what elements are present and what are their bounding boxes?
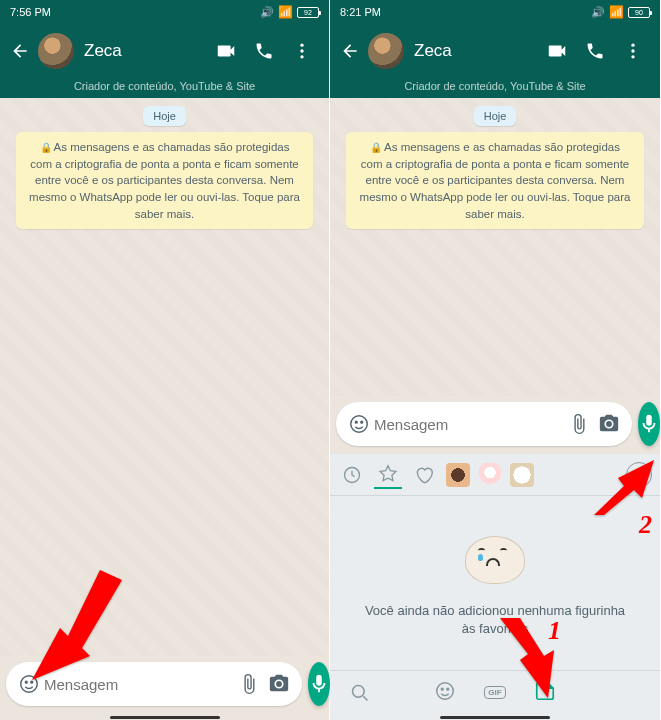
camera-button[interactable] bbox=[594, 409, 624, 439]
contact-subtitle: Criador de conteúdo, YouTube & Site bbox=[330, 78, 660, 98]
message-input[interactable] bbox=[44, 676, 234, 693]
message-input-container bbox=[6, 662, 302, 706]
svg-point-1 bbox=[300, 49, 303, 52]
message-input-container bbox=[336, 402, 632, 446]
nav-handle bbox=[0, 714, 329, 720]
contact-subtitle: Criador de conteúdo, YouTube & Site bbox=[0, 78, 329, 98]
chat-header: Zeca bbox=[0, 24, 329, 78]
svg-point-3 bbox=[21, 676, 38, 693]
encryption-notice[interactable]: 🔒As mensagens e as chamadas são protegid… bbox=[346, 132, 644, 229]
sticker-type-group: GIF bbox=[378, 675, 612, 711]
clock: 7:56 PM bbox=[10, 6, 260, 18]
camera-button[interactable] bbox=[264, 669, 294, 699]
sticker-pack-1[interactable] bbox=[446, 463, 470, 487]
sticker-type-button[interactable] bbox=[534, 680, 556, 706]
lock-icon: 🔒 bbox=[370, 141, 382, 156]
date-pill: Hoje bbox=[143, 106, 186, 126]
clock: 8:21 PM bbox=[340, 6, 591, 18]
mic-button[interactable] bbox=[638, 402, 660, 446]
wifi-icon: 📶 bbox=[278, 5, 293, 19]
svg-point-0 bbox=[300, 44, 303, 47]
sticker-pack-2[interactable] bbox=[478, 463, 502, 487]
back-button[interactable] bbox=[338, 39, 362, 63]
encryption-notice[interactable]: 🔒As mensagens e as chamadas são protegid… bbox=[16, 132, 313, 229]
gif-type-button[interactable]: GIF bbox=[484, 686, 505, 699]
attach-button[interactable] bbox=[234, 669, 264, 699]
sticker-body: Você ainda não adicionou nenhuma figurin… bbox=[330, 496, 660, 670]
favorites-tab[interactable] bbox=[374, 461, 402, 489]
voice-call-button[interactable] bbox=[245, 41, 283, 61]
status-bar: 7:56 PM 🔊 📶 92 bbox=[0, 0, 329, 24]
video-call-button[interactable] bbox=[538, 40, 576, 62]
recent-tab[interactable] bbox=[338, 461, 366, 489]
contact-name[interactable]: Zeca bbox=[414, 41, 538, 61]
date-pill: Hoje bbox=[474, 106, 517, 126]
svg-point-9 bbox=[631, 55, 634, 58]
battery-icon: 92 bbox=[297, 7, 319, 18]
mic-button[interactable] bbox=[308, 662, 330, 706]
emoji-button[interactable] bbox=[344, 409, 374, 439]
message-input[interactable] bbox=[374, 416, 564, 433]
chat-body[interactable]: Hoje 🔒As mensagens e as chamadas são pro… bbox=[330, 98, 660, 396]
sticker-panel: + Você ainda não adicionou nenhuma figur… bbox=[330, 454, 660, 714]
svg-point-17 bbox=[447, 688, 449, 690]
contact-name[interactable]: Zeca bbox=[84, 41, 207, 61]
status-icons: 🔊 📶 90 bbox=[591, 5, 650, 19]
avatar[interactable] bbox=[38, 33, 74, 69]
svg-point-12 bbox=[361, 421, 363, 423]
input-bar bbox=[0, 656, 329, 714]
svg-point-5 bbox=[31, 681, 33, 683]
sticker-search-button[interactable] bbox=[342, 675, 378, 711]
svg-point-8 bbox=[631, 49, 634, 52]
svg-point-10 bbox=[351, 416, 368, 433]
nav-handle bbox=[330, 714, 660, 720]
add-sticker-pack-button[interactable]: + bbox=[626, 462, 652, 488]
chat-body[interactable]: Hoje 🔒As mensagens e as chamadas são pro… bbox=[0, 98, 329, 656]
favorites-empty-text: Você ainda não adicionou nenhuma figurin… bbox=[360, 602, 630, 638]
svg-point-2 bbox=[300, 55, 303, 58]
phone-screenshot-left: 7:56 PM 🔊 📶 92 Zeca Criador de conteúdo,… bbox=[0, 0, 330, 720]
attach-button[interactable] bbox=[564, 409, 594, 439]
svg-point-7 bbox=[631, 44, 634, 47]
voice-icon: 🔊 bbox=[591, 6, 605, 19]
battery-icon: 90 bbox=[628, 7, 650, 18]
status-icons: 🔊 📶 92 bbox=[260, 5, 319, 19]
crying-sticker-icon bbox=[460, 528, 530, 588]
voice-icon: 🔊 bbox=[260, 6, 274, 19]
more-menu-button[interactable] bbox=[614, 41, 652, 61]
lock-icon: 🔒 bbox=[40, 141, 52, 156]
svg-point-11 bbox=[355, 421, 357, 423]
emoji-button[interactable] bbox=[14, 669, 44, 699]
phone-screenshot-right: 8:21 PM 🔊 📶 90 Zeca Criador de conteúdo,… bbox=[330, 0, 660, 720]
svg-point-15 bbox=[437, 682, 454, 699]
wifi-icon: 📶 bbox=[609, 5, 624, 19]
sticker-type-bar: GIF bbox=[330, 670, 660, 714]
svg-point-4 bbox=[25, 681, 27, 683]
svg-point-16 bbox=[442, 688, 444, 690]
svg-point-14 bbox=[353, 685, 365, 697]
voice-call-button[interactable] bbox=[576, 41, 614, 61]
status-bar: 8:21 PM 🔊 📶 90 bbox=[330, 0, 660, 24]
input-bar bbox=[330, 396, 660, 454]
heart-tab[interactable] bbox=[410, 461, 438, 489]
avatar[interactable] bbox=[368, 33, 404, 69]
chat-header: Zeca bbox=[330, 24, 660, 78]
sticker-pack-tabs: + bbox=[330, 454, 660, 496]
emoji-type-button[interactable] bbox=[434, 680, 456, 706]
sticker-pack-3[interactable] bbox=[510, 463, 534, 487]
video-call-button[interactable] bbox=[207, 40, 245, 62]
more-menu-button[interactable] bbox=[283, 41, 321, 61]
back-button[interactable] bbox=[8, 39, 32, 63]
